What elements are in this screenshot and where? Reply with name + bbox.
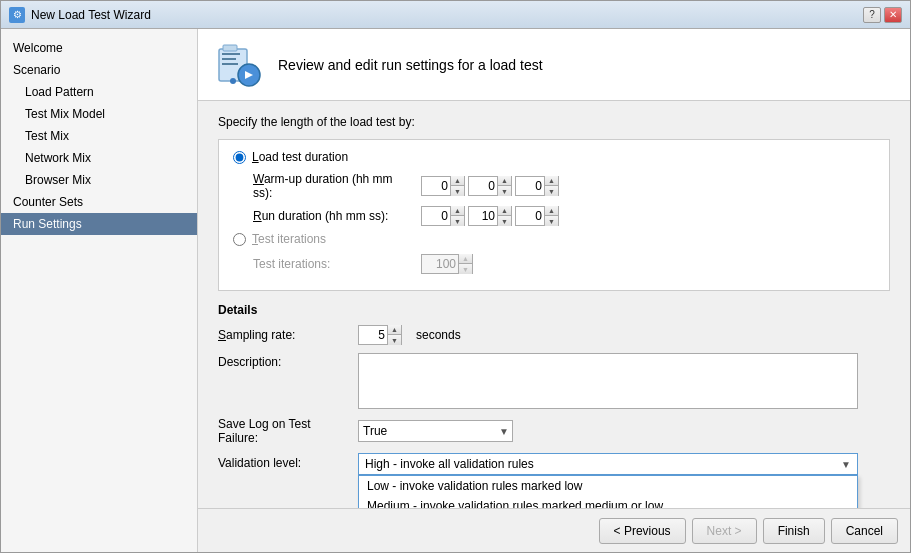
svg-point-7 (230, 78, 236, 84)
description-textarea[interactable] (358, 353, 858, 409)
sampling-spinner: ▲ ▼ (358, 325, 402, 345)
test-iterations-input (422, 255, 458, 273)
wizard-header: Review and edit run settings for a load … (198, 29, 910, 101)
save-log-select-wrapper: True False ▼ (358, 420, 513, 442)
run-spinners: ▲ ▼ ▲ ▼ (421, 206, 559, 226)
warmup-hh-down[interactable]: ▼ (450, 186, 464, 196)
validation-arrow-icon: ▼ (841, 459, 851, 470)
save-log-select[interactable]: True False (358, 420, 513, 442)
run-hh-input[interactable] (422, 207, 450, 225)
run-hh-up[interactable]: ▲ (450, 206, 464, 216)
help-button[interactable]: ? (863, 7, 881, 23)
run-mm-input[interactable] (469, 207, 497, 225)
sidebar-item-counter-sets[interactable]: Counter Sets (1, 191, 197, 213)
load-duration-radio-row: Load test duration (233, 150, 875, 164)
validation-label: Validation level: (218, 456, 348, 470)
warmup-ss-btns: ▲ ▼ (544, 176, 558, 196)
warmup-mm-up[interactable]: ▲ (497, 176, 511, 186)
run-ss-btns: ▲ ▼ (544, 206, 558, 226)
run-ss: ▲ ▼ (515, 206, 559, 226)
test-iterations-up: ▲ (458, 254, 472, 264)
warmup-mm-down[interactable]: ▼ (497, 186, 511, 196)
warmup-hh: ▲ ▼ (421, 176, 465, 196)
sidebar-item-run-settings[interactable]: Run Settings (1, 213, 197, 235)
svg-rect-6 (223, 45, 237, 51)
warmup-hh-input[interactable] (422, 177, 450, 195)
warmup-ss: ▲ ▼ (515, 176, 559, 196)
cancel-button[interactable]: Cancel (831, 518, 898, 544)
sidebar-item-scenario[interactable]: Scenario (1, 59, 197, 81)
run-ss-up[interactable]: ▲ (544, 206, 558, 216)
validation-dropdown[interactable]: High - invoke all validation rules ▼ (358, 453, 858, 475)
wizard-icon-area (214, 40, 264, 90)
wizard-icon-svg (215, 41, 263, 89)
warmup-hh-up[interactable]: ▲ (450, 176, 464, 186)
run-mm: ▲ ▼ (468, 206, 512, 226)
validation-selected-text: High - invoke all validation rules (365, 457, 534, 471)
details-section: Details Sampling rate: ▲ ▼ seconds (218, 303, 890, 475)
finish-button[interactable]: Finish (763, 518, 825, 544)
load-duration-radio[interactable] (233, 151, 246, 164)
sampling-btns: ▲ ▼ (387, 325, 401, 345)
test-iterations-label: Test iterations (252, 232, 326, 246)
load-duration-label: Load test duration (252, 150, 348, 164)
content-area: Welcome Scenario Load Pattern Test Mix M… (1, 29, 910, 552)
warmup-mm: ▲ ▼ (468, 176, 512, 196)
run-mm-up[interactable]: ▲ (497, 206, 511, 216)
run-ss-input[interactable] (516, 207, 544, 225)
sidebar-item-test-mix[interactable]: Test Mix (1, 125, 197, 147)
run-hh: ▲ ▼ (421, 206, 465, 226)
validation-level-row: Validation level: High - invoke all vali… (218, 453, 890, 475)
warmup-mm-btns: ▲ ▼ (497, 176, 511, 196)
run-duration-label: Run duration (hh mm ss): (253, 209, 413, 223)
warmup-ss-input[interactable] (516, 177, 544, 195)
save-log-label: Save Log on Test Failure: (218, 417, 348, 445)
warmup-ss-up[interactable]: ▲ (544, 176, 558, 186)
svg-rect-2 (222, 58, 236, 60)
warmup-label: Warm-up duration (hh mm ss): (253, 172, 413, 200)
svg-rect-3 (222, 63, 238, 65)
warmup-hh-btns: ▲ ▼ (450, 176, 464, 196)
sidebar: Welcome Scenario Load Pattern Test Mix M… (1, 29, 198, 552)
validation-option-low[interactable]: Low - invoke validation rules marked low (359, 476, 857, 496)
sampling-input[interactable] (359, 326, 387, 344)
run-hh-btns: ▲ ▼ (450, 206, 464, 226)
main-area: Review and edit run settings for a load … (198, 29, 910, 552)
validation-option-medium[interactable]: Medium - invoke validation rules marked … (359, 496, 857, 508)
sidebar-item-welcome[interactable]: Welcome (1, 37, 197, 59)
duration-section: Load test duration Warm-up duration (hh … (218, 139, 890, 291)
sidebar-item-test-mix-model[interactable]: Test Mix Model (1, 103, 197, 125)
test-iterations-btns: ▲ ▼ (458, 254, 472, 274)
wizard-body: Specify the length of the load test by: … (198, 101, 910, 508)
test-iterations-down: ▼ (458, 264, 472, 274)
previous-button[interactable]: < Previous (599, 518, 686, 544)
sampling-unit: seconds (416, 328, 461, 342)
wizard-footer: < Previous Next > Finish Cancel (198, 508, 910, 552)
test-iterations-spinner: ▲ ▼ (421, 254, 473, 274)
test-iterations-radio[interactable] (233, 233, 246, 246)
warmup-ss-down[interactable]: ▼ (544, 186, 558, 196)
validation-container: High - invoke all validation rules ▼ Low… (358, 453, 858, 475)
close-button[interactable]: ✕ (884, 7, 902, 23)
save-log-row: Save Log on Test Failure: True False ▼ (218, 417, 890, 445)
sidebar-item-network-mix[interactable]: Network Mix (1, 147, 197, 169)
run-mm-down[interactable]: ▼ (497, 216, 511, 226)
sampling-label: Sampling rate: (218, 328, 348, 342)
warmup-mm-input[interactable] (469, 177, 497, 195)
run-duration-field: Run duration (hh mm ss): ▲ ▼ (253, 206, 875, 226)
sampling-up[interactable]: ▲ (387, 325, 401, 335)
next-button[interactable]: Next > (692, 518, 757, 544)
details-title: Details (218, 303, 890, 317)
warmup-spinners: ▲ ▼ ▲ ▼ (421, 176, 559, 196)
sampling-rate-row: Sampling rate: ▲ ▼ seconds (218, 325, 890, 345)
sampling-down[interactable]: ▼ (387, 335, 401, 345)
warmup-field: Warm-up duration (hh mm ss): ▲ ▼ (253, 172, 875, 200)
run-mm-btns: ▲ ▼ (497, 206, 511, 226)
sidebar-item-load-pattern[interactable]: Load Pattern (1, 81, 197, 103)
run-hh-down[interactable]: ▼ (450, 216, 464, 226)
run-ss-down[interactable]: ▼ (544, 216, 558, 226)
wizard-header-title: Review and edit run settings for a load … (278, 57, 543, 73)
window-icon: ⚙ (9, 7, 25, 23)
title-bar: ⚙ New Load Test Wizard ? ✕ (1, 1, 910, 29)
sidebar-item-browser-mix[interactable]: Browser Mix (1, 169, 197, 191)
